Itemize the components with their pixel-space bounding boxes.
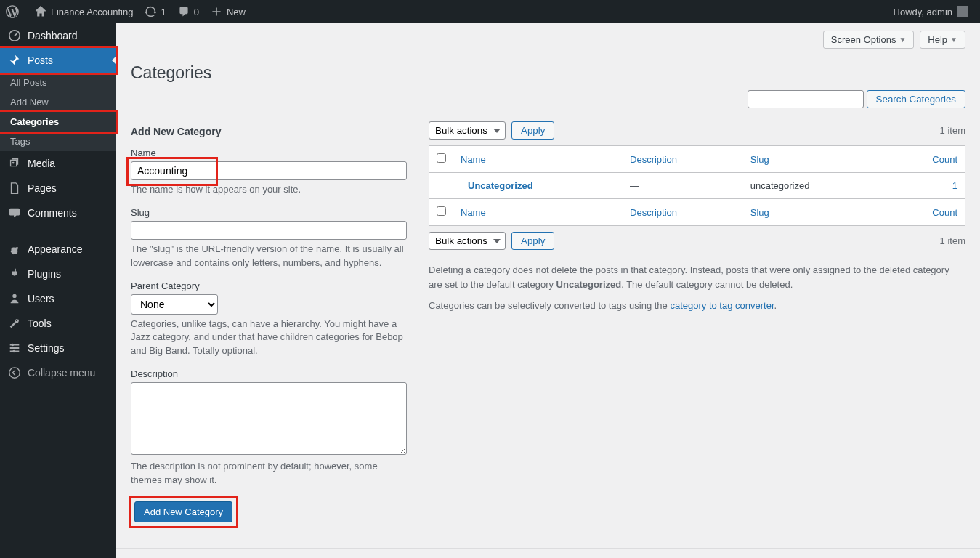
submenu-all-posts[interactable]: All Posts <box>0 73 116 92</box>
svg-point-3 <box>12 344 15 347</box>
item-count: 1 item <box>940 125 965 136</box>
account-link[interactable]: Howdy, admin <box>888 0 974 23</box>
row-slug: uncategorized <box>743 173 887 199</box>
wp-logo[interactable] <box>0 0 29 23</box>
bulk-actions-select-bottom[interactable]: Bulk actions <box>429 232 506 250</box>
name-input[interactable] <box>131 161 407 180</box>
category-notes: Deleting a category does not delete the … <box>429 263 965 313</box>
media-icon <box>7 157 22 170</box>
submenu-tags[interactable]: Tags <box>0 132 116 151</box>
name-label: Name <box>131 147 407 158</box>
field-parent: Parent Category None Categories, unlike … <box>131 280 407 359</box>
brush-icon <box>7 243 22 256</box>
desc-label: Description <box>131 368 407 379</box>
row-count-link[interactable]: 1 <box>952 180 957 191</box>
sidebar-item-comments[interactable]: Comments <box>0 201 116 225</box>
update-icon <box>145 6 156 17</box>
pages-icon <box>7 182 22 195</box>
apply-button[interactable]: Apply <box>511 121 554 140</box>
sidebar-item-plugins[interactable]: Plugins <box>0 262 116 286</box>
menu-label: Dashboard <box>28 30 78 41</box>
submenu-categories[interactable]: Categories <box>0 112 116 132</box>
avatar <box>957 6 968 17</box>
comments-icon <box>7 206 22 219</box>
add-category-form: Add New Category Name The name is how it… <box>131 116 407 526</box>
footer: Thank you for creating with WordPress. V… <box>116 548 980 558</box>
categories-list: Bulk actions Apply 1 item Name Descripti… <box>429 116 965 526</box>
parent-label: Parent Category <box>131 280 407 291</box>
sliders-icon <box>7 341 22 355</box>
row-name-link[interactable]: Uncategorized <box>468 180 533 191</box>
howdy-text: Howdy, admin <box>894 7 952 17</box>
menu-label: Tools <box>28 318 52 329</box>
col-count[interactable]: Count <box>887 146 965 173</box>
svg-point-2 <box>12 294 16 298</box>
menu-label: Collapse menu <box>28 367 95 379</box>
sidebar-item-pages[interactable]: Pages <box>0 176 116 201</box>
menu-label: Posts <box>28 54 53 66</box>
menu-label: Pages <box>28 182 57 194</box>
field-description: Description The description is not promi… <box>131 368 407 488</box>
search-row: Search Categories <box>131 90 965 108</box>
col-description[interactable]: Description <box>623 199 743 226</box>
dashboard-icon <box>7 29 22 42</box>
admin-bar: Finance Accounting 1 0 New Howdy, admin <box>0 0 980 23</box>
site-link[interactable]: Finance Accounting <box>29 0 139 23</box>
tablenav-top: Bulk actions Apply 1 item <box>429 121 965 140</box>
updates-link[interactable]: 1 <box>139 0 171 23</box>
sidebar-item-dashboard[interactable]: Dashboard <box>0 23 116 48</box>
search-input[interactable] <box>748 90 864 108</box>
menu-label: Appearance <box>28 243 83 255</box>
plus-icon <box>211 6 222 17</box>
bulk-actions-select[interactable]: Bulk actions <box>429 121 506 140</box>
help-button[interactable]: Help▼ <box>920 31 965 49</box>
parent-select[interactable]: None <box>131 294 218 315</box>
sidebar-item-users[interactable]: Users <box>0 286 116 311</box>
sidebar-item-appearance[interactable]: Appearance <box>0 237 116 262</box>
pin-icon <box>7 54 22 67</box>
col-slug[interactable]: Slug <box>743 199 887 226</box>
menu-label: Settings <box>28 342 65 354</box>
sidebar-item-settings[interactable]: Settings <box>0 336 116 360</box>
col-slug[interactable]: Slug <box>743 146 887 173</box>
col-description[interactable]: Description <box>623 146 743 173</box>
new-link[interactable]: New <box>205 0 251 23</box>
submenu-add-new[interactable]: Add New <box>0 92 116 112</box>
row-description: — <box>623 173 743 199</box>
apply-button-bottom[interactable]: Apply <box>511 232 554 250</box>
updates-count: 1 <box>161 7 166 17</box>
select-all-checkbox[interactable] <box>437 153 446 163</box>
menu-label: Users <box>28 293 54 304</box>
name-help: The name is how it appears on your site. <box>131 183 407 197</box>
search-button[interactable]: Search Categories <box>867 90 965 108</box>
screen-options-button[interactable]: Screen Options▼ <box>823 31 915 49</box>
wrench-icon <box>7 317 22 330</box>
desc-help: The description is not prominent by defa… <box>131 460 407 488</box>
sidebar-item-tools[interactable]: Tools <box>0 311 116 336</box>
col-name[interactable]: Name <box>453 199 623 226</box>
comments-link[interactable]: 0 <box>172 0 205 23</box>
slug-help: The "slug" is the URL-friendly version o… <box>131 243 407 270</box>
desc-textarea[interactable] <box>131 382 407 455</box>
converter-link[interactable]: category to tag converter <box>670 300 774 311</box>
svg-point-6 <box>9 368 20 378</box>
users-icon <box>7 292 22 305</box>
select-all-checkbox-bottom[interactable] <box>437 206 446 216</box>
sidebar-item-posts[interactable]: Posts <box>0 48 116 73</box>
chevron-down-icon: ▼ <box>950 36 957 44</box>
new-label: New <box>227 7 246 17</box>
sidebar-item-media[interactable]: Media <box>0 151 116 176</box>
svg-point-1 <box>12 162 15 164</box>
submit-button[interactable]: Add New Category <box>134 501 232 522</box>
slug-input[interactable] <box>131 221 407 240</box>
comments-count: 0 <box>194 7 199 17</box>
item-count-bottom: 1 item <box>940 235 965 246</box>
collapse-menu[interactable]: Collapse menu <box>0 360 116 385</box>
col-name[interactable]: Name <box>453 146 623 173</box>
comments-icon <box>178 6 190 17</box>
help-label: Help <box>928 34 947 45</box>
svg-point-4 <box>15 347 18 349</box>
field-name: Name The name is how it appears on your … <box>131 147 407 197</box>
home-icon <box>35 6 46 17</box>
col-count[interactable]: Count <box>887 199 965 226</box>
